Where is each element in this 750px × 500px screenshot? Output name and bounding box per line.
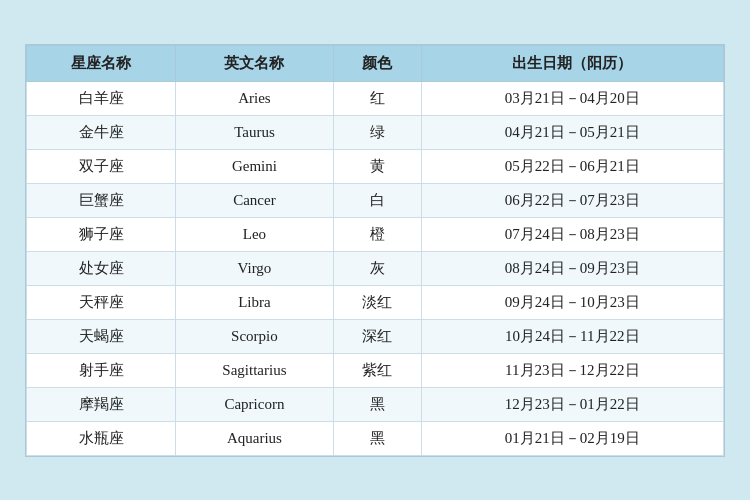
table-cell: 黄	[333, 149, 421, 183]
table-row: 狮子座Leo橙07月24日－08月23日	[27, 217, 724, 251]
zodiac-table: 星座名称英文名称颜色出生日期（阳历） 白羊座Aries红03月21日－04月20…	[26, 45, 724, 456]
table-cell: Sagittarius	[176, 353, 334, 387]
table-cell: 白	[333, 183, 421, 217]
table-cell: 射手座	[27, 353, 176, 387]
table-cell: 深红	[333, 319, 421, 353]
table-row: 摩羯座Capricorn黑12月23日－01月22日	[27, 387, 724, 421]
table-row: 天蝎座Scorpio深红10月24日－11月22日	[27, 319, 724, 353]
table-row: 双子座Gemini黄05月22日－06月21日	[27, 149, 724, 183]
table-cell: 黑	[333, 387, 421, 421]
table-row: 金牛座Taurus绿04月21日－05月21日	[27, 115, 724, 149]
table-row: 射手座Sagittarius紫红11月23日－12月22日	[27, 353, 724, 387]
table-cell: 01月21日－02月19日	[421, 421, 723, 455]
table-cell: Taurus	[176, 115, 334, 149]
table-cell: Aquarius	[176, 421, 334, 455]
table-cell: Cancer	[176, 183, 334, 217]
table-row: 天秤座Libra淡红09月24日－10月23日	[27, 285, 724, 319]
table-cell: 摩羯座	[27, 387, 176, 421]
table-cell: 灰	[333, 251, 421, 285]
table-header-cell: 出生日期（阳历）	[421, 45, 723, 81]
table-header-cell: 英文名称	[176, 45, 334, 81]
table-cell: 处女座	[27, 251, 176, 285]
table-cell: 10月24日－11月22日	[421, 319, 723, 353]
table-cell: 金牛座	[27, 115, 176, 149]
table-row: 处女座Virgo灰08月24日－09月23日	[27, 251, 724, 285]
table-cell: 05月22日－06月21日	[421, 149, 723, 183]
table-row: 巨蟹座Cancer白06月22日－07月23日	[27, 183, 724, 217]
table-cell: 绿	[333, 115, 421, 149]
table-row: 水瓶座Aquarius黑01月21日－02月19日	[27, 421, 724, 455]
table-cell: 狮子座	[27, 217, 176, 251]
table-cell: 黑	[333, 421, 421, 455]
table-cell: 橙	[333, 217, 421, 251]
table-cell: 12月23日－01月22日	[421, 387, 723, 421]
zodiac-table-container: 星座名称英文名称颜色出生日期（阳历） 白羊座Aries红03月21日－04月20…	[25, 44, 725, 457]
table-cell: 淡红	[333, 285, 421, 319]
table-cell: Virgo	[176, 251, 334, 285]
table-cell: 水瓶座	[27, 421, 176, 455]
table-cell: Capricorn	[176, 387, 334, 421]
table-cell: 11月23日－12月22日	[421, 353, 723, 387]
table-cell: 04月21日－05月21日	[421, 115, 723, 149]
table-cell: Aries	[176, 81, 334, 115]
table-cell: Libra	[176, 285, 334, 319]
table-cell: 06月22日－07月23日	[421, 183, 723, 217]
table-body: 白羊座Aries红03月21日－04月20日金牛座Taurus绿04月21日－0…	[27, 81, 724, 455]
table-cell: 08月24日－09月23日	[421, 251, 723, 285]
table-cell: 白羊座	[27, 81, 176, 115]
table-cell: 双子座	[27, 149, 176, 183]
table-cell: 巨蟹座	[27, 183, 176, 217]
table-cell: 天蝎座	[27, 319, 176, 353]
table-cell: Leo	[176, 217, 334, 251]
table-cell: Gemini	[176, 149, 334, 183]
table-header-row: 星座名称英文名称颜色出生日期（阳历）	[27, 45, 724, 81]
table-cell: 紫红	[333, 353, 421, 387]
table-cell: 天秤座	[27, 285, 176, 319]
table-cell: 03月21日－04月20日	[421, 81, 723, 115]
table-cell: 09月24日－10月23日	[421, 285, 723, 319]
table-cell: 红	[333, 81, 421, 115]
table-header-cell: 星座名称	[27, 45, 176, 81]
table-header-cell: 颜色	[333, 45, 421, 81]
table-cell: Scorpio	[176, 319, 334, 353]
table-cell: 07月24日－08月23日	[421, 217, 723, 251]
table-row: 白羊座Aries红03月21日－04月20日	[27, 81, 724, 115]
